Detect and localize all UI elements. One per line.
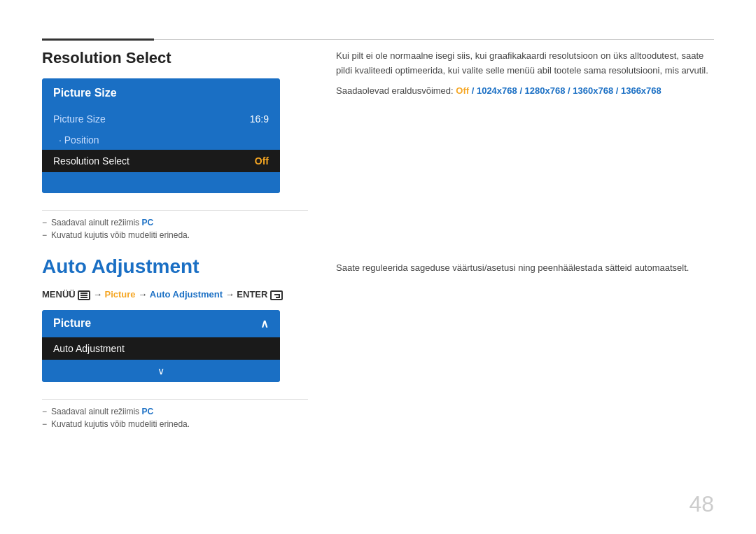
left-panel-1: Resolution Select Picture Size Picture S…	[42, 49, 308, 243]
rule-light	[154, 39, 714, 40]
menu-item-picture-size[interactable]: Picture Size 16:9	[42, 108, 280, 130]
nav-picture: Picture	[105, 289, 136, 300]
footnote2-2-text: Kuvatud kujutis võib mudeliti erineda.	[51, 419, 190, 429]
nav-menu-label: MENÜÜ	[42, 289, 78, 300]
page-container: Resolution Select Picture Size Picture S…	[0, 0, 756, 534]
right-panel-2: Saate reguleerida sageduse väärtusi/aset…	[308, 255, 714, 432]
left-panel-2: Auto Adjustment MENÜÜ → Picture → Auto A…	[42, 255, 308, 432]
position-label: · Position	[59, 134, 99, 146]
nav-enter-label: ENTER	[237, 289, 270, 300]
page-number: 48	[689, 491, 714, 517]
picture-menu-header: Picture ∧	[42, 310, 280, 337]
picture-size-value: 16:9	[250, 113, 269, 125]
menu-item-resolution-select[interactable]: Resolution Select Off	[42, 150, 280, 172]
menu-spacer-1	[42, 172, 280, 193]
menu-box-1: Picture Size Picture Size 16:9 · Positio…	[42, 78, 280, 193]
footnotes-1: Saadaval ainult režiimis PC Kuvatud kuju…	[42, 210, 308, 240]
chevron-down-icon: ∨	[158, 365, 164, 377]
picture-size-label: Picture Size	[53, 113, 106, 125]
section2-description: Saate reguleerida sageduse väärtusi/aset…	[336, 261, 714, 276]
picture-menu-selected[interactable]: Auto Adjustment	[42, 337, 280, 360]
nav-arrow2: →	[138, 289, 150, 300]
menu-icon	[78, 290, 90, 300]
picture-menu-box: Picture ∧ Auto Adjustment ∨	[42, 310, 280, 382]
nav-auto: Auto Adjustment	[150, 289, 223, 300]
footnote2-1: Saadaval ainult režiimis PC	[42, 407, 308, 416]
menu-item-position[interactable]: · Position	[42, 130, 280, 150]
picture-menu-title: Picture	[53, 317, 91, 330]
avail-label: Saadaolevad eraldusvõimed:	[336, 85, 454, 96]
section1-avail: Saadaolevad eraldusvõimed: Off / 1024x76…	[336, 85, 714, 96]
avail-resolutions: / 1024x768 / 1280x768 / 1360x768 / 1366x…	[472, 85, 662, 96]
footnote1-2-text: Kuvatud kujutis võib mudeliti erineda.	[51, 230, 190, 240]
footnote2-1-bold: PC	[141, 407, 153, 416]
chevron-down-row: ∨	[42, 360, 280, 382]
right-panel-1: Kui pilt ei ole normaalne isegi siis, ku…	[308, 49, 714, 243]
footnote1-2: Kuvatud kujutis võib mudeliti erineda.	[42, 230, 308, 240]
menu-nav: MENÜÜ → Picture → Auto Adjustment → ENTE…	[42, 289, 308, 300]
rule-dark	[42, 38, 154, 41]
footnote1-1: Saadaval ainult režiimis PC	[42, 218, 308, 227]
footnote2-2: Kuvatud kujutis võib mudeliti erineda.	[42, 419, 308, 429]
nav-arrow3: →	[225, 289, 237, 300]
nav-arrow1: →	[93, 289, 105, 300]
section2-title: Auto Adjustment	[42, 255, 308, 278]
section1-description: Kui pilt ei ole normaalne isegi siis, ku…	[336, 49, 714, 78]
resolution-select-value: Off	[255, 155, 269, 167]
auto-adjustment-label: Auto Adjustment	[53, 343, 125, 354]
footnotes-2: Saadaval ainult režiimis PC Kuvatud kuju…	[42, 399, 308, 429]
avail-off: Off	[456, 85, 469, 96]
section-divider-1	[42, 210, 308, 211]
section-auto-adjustment: Auto Adjustment MENÜÜ → Picture → Auto A…	[42, 255, 714, 432]
chevron-up-icon: ∧	[260, 317, 269, 330]
footnote2-1-text: Saadaval ainult režiimis PC	[51, 407, 153, 416]
section1-title: Resolution Select	[42, 49, 308, 67]
section-divider-2	[42, 399, 308, 400]
footnote1-1-bold: PC	[141, 218, 153, 227]
resolution-select-label: Resolution Select	[53, 155, 130, 167]
menu-header-1: Picture Size	[42, 78, 280, 108]
enter-icon	[270, 290, 283, 300]
section-resolution-select: Resolution Select Picture Size Picture S…	[42, 49, 714, 243]
top-rule	[42, 38, 714, 41]
footnote1-1-text: Saadaval ainult režiimis PC	[51, 218, 153, 227]
